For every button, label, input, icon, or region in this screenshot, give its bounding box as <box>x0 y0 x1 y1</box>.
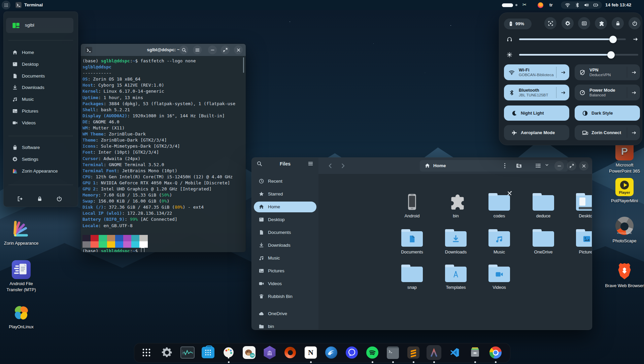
sidebar-item-onedrive[interactable]: OneDrive <box>254 308 316 319</box>
kebab-menu-icon[interactable] <box>502 162 508 169</box>
forward-icon[interactable] <box>340 162 346 169</box>
dock-item-signal[interactable] <box>344 345 359 360</box>
sidebar-item-bin[interactable]: bin <box>254 321 316 330</box>
desktop-icon-playonlinux[interactable]: PlayOnLinux <box>1 303 41 330</box>
dock-item-gnome-terminal[interactable] <box>385 345 400 360</box>
file-item-videos[interactable]: Videos <box>479 264 519 290</box>
back-icon[interactable] <box>327 162 334 169</box>
system-tray[interactable] <box>561 1 602 9</box>
menu-item-software[interactable]: Software <box>7 142 74 153</box>
file-item-downloads[interactable]: Downloads <box>436 229 476 254</box>
menu-item-zorin-appearance[interactable]: Zorin Appearance <box>7 166 74 177</box>
terminal-prompt[interactable]: (base) sglbl@ddspc:~$ <box>82 248 244 252</box>
tile-power-mode[interactable]: Power ModeBalanced <box>575 85 640 100</box>
user-button[interactable]: sglbl <box>6 18 73 33</box>
file-item-android[interactable]: Android <box>392 192 432 218</box>
file-item-music[interactable]: Music <box>479 229 519 254</box>
power-button[interactable] <box>629 17 641 29</box>
file-item-onedrive[interactable]: OneDrive <box>523 229 564 254</box>
arrow-right-icon[interactable] <box>561 70 566 75</box>
file-item-desktop[interactable]: Desktop <box>567 192 592 218</box>
screenshot-button[interactable] <box>544 17 556 29</box>
dock-item-show-applications[interactable] <box>139 345 154 360</box>
menu-item-documents[interactable]: Documents <box>7 71 74 82</box>
dock-item-system-monitor[interactable] <box>180 345 195 360</box>
tile-zorin-connect[interactable]: Zorin Connect <box>575 125 640 140</box>
dock-item-dbeaver-ce[interactable]: CE <box>242 345 257 360</box>
zorin-menu-button[interactable] <box>2 1 10 9</box>
terminal-scrollbar[interactable] <box>243 57 244 73</box>
focused-app-title[interactable]: Terminal <box>24 2 43 7</box>
menu-item-downloads[interactable]: Downloads <box>7 82 74 93</box>
desktop-icon-powerpoint[interactable]: PMicrosoft PowerPoint 365 <box>604 142 644 174</box>
app-indicator-icon[interactable] <box>538 2 543 8</box>
dock-item-archive-manager[interactable] <box>468 345 482 360</box>
dock-item-purple-hexagon-app[interactable] <box>262 345 277 360</box>
file-item-bin[interactable]: bin <box>436 192 476 218</box>
files-minimize-button[interactable] <box>554 161 564 171</box>
dock-item-sublime-text[interactable] <box>406 345 421 360</box>
tile-vpn[interactable]: VPNDeduceVPN <box>575 64 640 80</box>
arrow-right-icon[interactable] <box>631 130 637 135</box>
dock-item-spotify[interactable] <box>365 345 380 360</box>
power-off-button[interactable] <box>54 193 65 205</box>
log-out-button[interactable] <box>14 193 26 205</box>
files-headerbar[interactable]: Home <box>318 158 592 174</box>
menu-item-desktop[interactable]: Desktop <box>7 59 74 70</box>
dock-item-notion[interactable]: N <box>303 345 318 360</box>
tile-aeroplane-mode[interactable]: Aeroplane Mode <box>504 125 569 140</box>
terminal-search-button[interactable] <box>179 46 188 54</box>
sidebar-item-documents[interactable]: Documents <box>254 227 316 238</box>
arrow-right-icon[interactable] <box>633 36 638 42</box>
terminal-maximize-button[interactable] <box>221 46 230 54</box>
tile-bluetooth[interactable]: BluetoothJBL TUNE125BT <box>504 85 569 100</box>
chevron-down-icon[interactable] <box>544 162 549 169</box>
menu-item-settings[interactable]: Settings <box>7 154 74 165</box>
dock-item-alacritty[interactable] <box>427 345 441 360</box>
file-item-snap[interactable]: snap <box>392 264 432 290</box>
toggle-pill-indicator[interactable] <box>502 3 513 7</box>
arrow-right-icon[interactable] <box>631 70 637 75</box>
terminal-menu-button[interactable] <box>193 46 202 54</box>
file-item-templates[interactable]: Templates <box>436 264 476 290</box>
sidebar-item-home[interactable]: Home <box>254 202 316 212</box>
menu-item-home[interactable]: Home <box>7 47 74 58</box>
sidebar-item-videos[interactable]: Videos <box>254 278 316 289</box>
desktop-icon-android-file-transfer[interactable]: Android File Transfer (MTP) <box>1 260 41 293</box>
arrow-right-icon[interactable] <box>561 90 566 95</box>
dock-item-software-store[interactable] <box>201 345 215 360</box>
terminal-output[interactable]: (base) sglbl@ddspc:~$ fastfetch --logo n… <box>81 56 246 252</box>
files-close-button[interactable] <box>579 161 588 171</box>
dock-item-thunderbird[interactable] <box>324 345 339 360</box>
settings-button[interactable] <box>562 17 574 29</box>
terminal-close-button[interactable] <box>234 46 243 54</box>
dock-item-color-picker[interactable] <box>221 345 236 360</box>
desktop-icon-photoscape[interactable]: PHOTOSCAPEPhotoScape <box>604 216 644 244</box>
dock-item-settings[interactable] <box>160 345 174 360</box>
arrow-right-icon[interactable] <box>631 90 637 95</box>
slider-track[interactable] <box>519 54 638 56</box>
menu-item-videos[interactable]: Videos <box>7 118 74 128</box>
battery-status[interactable]: 99% <box>504 19 532 29</box>
extensions-button[interactable] <box>595 17 607 29</box>
lock-screen-button[interactable] <box>34 193 45 205</box>
lock-button[interactable] <box>612 17 624 29</box>
files-content[interactable]: AndroidbincodesdeduceDesktopdevelopmentD… <box>318 174 592 330</box>
desktop-icon-potplayer[interactable]: PlayerPotPlayerMini <box>604 178 644 204</box>
desktop-icon-brave[interactable]: Brave Web Browser <box>604 262 644 289</box>
dock-item-google-chrome[interactable] <box>488 345 503 360</box>
tile-night-light[interactable]: Night Light <box>504 105 569 121</box>
terminal-titlebar[interactable]: sglbl@ddspc: ~ <box>81 44 246 56</box>
file-item-documents[interactable]: Documents <box>392 229 432 254</box>
terminal-minimize-button[interactable] <box>208 46 217 54</box>
sidebar-item-pictures[interactable]: Pictures <box>254 266 316 276</box>
sidebar-item-recent[interactable]: Recent <box>254 176 316 187</box>
sidebar-item-music[interactable]: Music <box>254 253 316 264</box>
tile-dark-style[interactable]: Dark Style <box>575 105 640 121</box>
menu-item-pictures[interactable]: Pictures <box>7 106 74 117</box>
file-item-codes[interactable]: codes <box>479 192 519 218</box>
sidebar-item-rubbish-bin[interactable]: Rubbish Bin <box>254 291 316 302</box>
scissors-tray-icon[interactable]: ✂ <box>522 2 527 8</box>
folder-search-icon[interactable] <box>516 162 522 169</box>
tweaks-button[interactable] <box>578 17 590 29</box>
